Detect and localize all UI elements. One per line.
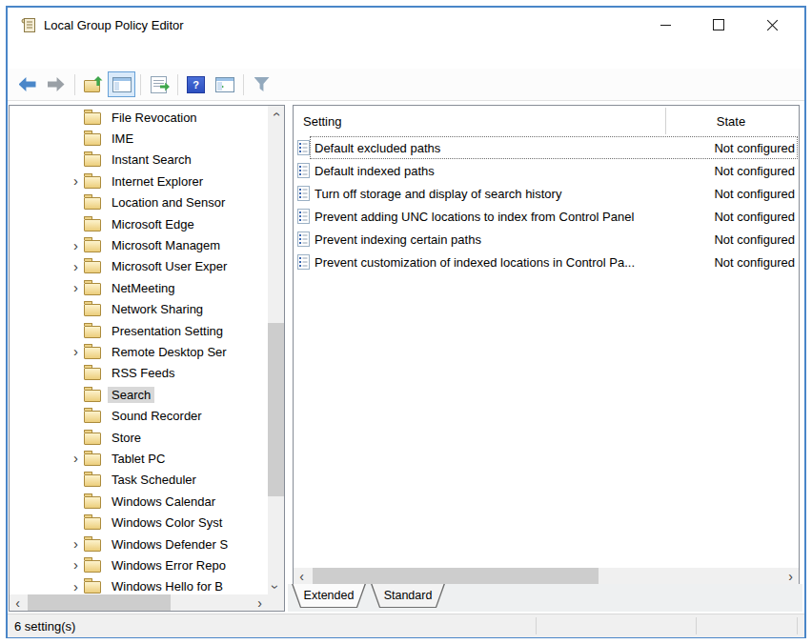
column-divider[interactable] xyxy=(665,108,666,134)
scrollbar-thumb[interactable] xyxy=(313,568,599,584)
chevron-right-icon[interactable] xyxy=(68,537,84,551)
chevron-right-icon[interactable] xyxy=(68,452,84,465)
tree-item[interactable]: Windows Defender S xyxy=(10,533,268,554)
scrollbar-thumb[interactable] xyxy=(28,594,171,611)
scroll-down-button[interactable]: › xyxy=(268,578,284,594)
tree-item-label[interactable]: IME xyxy=(108,131,137,147)
tree-item-label[interactable]: Windows Error Repo xyxy=(108,557,230,574)
chevron-right-icon[interactable] xyxy=(68,558,84,572)
tree-item-label[interactable]: File Revocation xyxy=(108,110,201,126)
tree-item-label[interactable]: Remote Desktop Ser xyxy=(108,344,231,360)
tree-item[interactable]: IME xyxy=(10,128,268,149)
folder-icon xyxy=(84,283,101,295)
setting-row[interactable]: Default excluded paths Not configured xyxy=(294,136,799,159)
scroll-left-button[interactable]: ‹ xyxy=(294,568,310,584)
scroll-right-button[interactable]: › xyxy=(252,594,268,611)
scrollbar-thumb[interactable] xyxy=(268,323,284,496)
scroll-right-button[interactable]: › xyxy=(782,568,799,584)
tree-item[interactable]: Presentation Setting xyxy=(10,320,268,341)
tree-item[interactable]: Instant Search xyxy=(10,150,268,171)
tree-item[interactable]: Windows Calendar xyxy=(10,491,268,512)
tab[interactable]: Extended xyxy=(292,584,366,608)
show-action-pane-button[interactable] xyxy=(211,71,238,97)
chevron-right-icon[interactable] xyxy=(68,345,84,358)
tree-item-label[interactable]: RSS Feeds xyxy=(108,365,178,381)
setting-name[interactable]: Default excluded paths xyxy=(315,141,440,155)
chevron-right-icon[interactable] xyxy=(68,239,84,252)
tree-item-label[interactable]: Search xyxy=(108,387,154,403)
maximize-button[interactable] xyxy=(692,11,745,38)
tree-item-label[interactable]: Windows Color Syst xyxy=(108,514,226,531)
tree-item[interactable]: Sound Recorder xyxy=(10,405,268,426)
back-button[interactable] xyxy=(13,71,41,97)
tree-item[interactable]: Windows Color Syst xyxy=(10,512,268,533)
up-one-level-button[interactable] xyxy=(79,71,107,97)
tree-vertical-scrollbar[interactable]: › › xyxy=(268,106,284,594)
setting-row[interactable]: Prevent adding UNC locations to index fr… xyxy=(294,205,799,228)
tree-item[interactable]: Remote Desktop Ser xyxy=(10,341,268,362)
setting-name[interactable]: Default indexed paths xyxy=(315,164,435,178)
tree-item-label[interactable]: Presentation Setting xyxy=(108,323,227,339)
filter-button[interactable] xyxy=(248,71,275,97)
setting-name[interactable]: Prevent customization of indexed locatio… xyxy=(315,255,635,270)
tree-item-label[interactable]: Microsoft Edge xyxy=(108,216,198,232)
tree-item-label[interactable]: Task Scheduler xyxy=(108,472,200,488)
tree-item-label[interactable]: Windows Defender S xyxy=(108,536,232,553)
tab-label[interactable]: Standard xyxy=(372,584,444,607)
tree-item-label[interactable]: Tablet PC xyxy=(108,451,169,467)
help-button[interactable] xyxy=(182,71,210,97)
tree-item-label[interactable]: Location and Sensor xyxy=(108,194,229,211)
show-console-tree-button[interactable] xyxy=(108,71,135,97)
close-button[interactable] xyxy=(745,11,799,38)
setting-name[interactable]: Prevent adding UNC locations to index fr… xyxy=(315,210,634,224)
minimize-button[interactable] xyxy=(639,11,692,38)
tree-item[interactable]: NetMeeting xyxy=(10,277,268,298)
tree-item[interactable]: Task Scheduler xyxy=(10,470,268,491)
chevron-right-icon[interactable] xyxy=(68,580,84,594)
chevron-right-icon[interactable] xyxy=(68,174,84,188)
tree-item-label[interactable]: Network Sharing xyxy=(108,301,207,317)
tree-item[interactable]: Network Sharing xyxy=(10,299,268,320)
policy-setting-icon xyxy=(297,209,310,224)
list-horizontal-scrollbar[interactable]: ‹ › xyxy=(294,568,799,584)
column-header-setting[interactable]: Setting xyxy=(303,114,341,129)
tree-item[interactable]: Location and Sensor xyxy=(10,192,268,213)
tree-item[interactable]: File Revocation xyxy=(10,107,268,128)
tab[interactable]: Standard xyxy=(371,584,445,608)
tree-item[interactable]: Microsoft Managem xyxy=(10,234,268,255)
tree-horizontal-scrollbar[interactable]: ‹ › xyxy=(10,594,268,611)
tree-item[interactable]: Windows Error Repo xyxy=(10,554,268,575)
tree-item[interactable]: Search xyxy=(10,384,268,405)
forward-button[interactable] xyxy=(42,71,70,97)
setting-name[interactable]: Prevent indexing certain paths xyxy=(315,232,481,247)
tree-item[interactable]: Internet Explorer xyxy=(10,171,268,191)
tree-item-label[interactable]: Store xyxy=(108,430,145,446)
tree-item-label[interactable]: Internet Explorer xyxy=(108,173,207,190)
chevron-right-icon[interactable] xyxy=(68,281,84,294)
column-header-state[interactable]: State xyxy=(665,114,797,129)
setting-row[interactable]: Turn off storage and display of search h… xyxy=(294,182,799,205)
setting-row[interactable]: Prevent customization of indexed locatio… xyxy=(294,251,799,273)
tree-item-label[interactable]: Windows Calendar xyxy=(108,493,219,510)
export-list-button[interactable] xyxy=(145,71,173,97)
tree-item[interactable]: Windows Hello for B xyxy=(10,576,268,594)
tree-item-label[interactable]: Microsoft Managem xyxy=(108,237,224,253)
tree-item-label[interactable]: Sound Recorder xyxy=(108,408,206,424)
tree-item-label[interactable]: NetMeeting xyxy=(108,280,178,296)
tree-item[interactable]: Store xyxy=(10,427,268,448)
tree-item-label[interactable]: Microsoft User Exper xyxy=(108,258,231,274)
setting-row[interactable]: Prevent indexing certain paths Not confi… xyxy=(294,228,799,251)
tree-item[interactable]: Microsoft User Exper xyxy=(10,256,268,277)
tab-label[interactable]: Extended xyxy=(293,584,365,607)
setting-row[interactable]: Default indexed paths Not configured xyxy=(294,159,799,182)
tree-item-label[interactable]: Windows Hello for B xyxy=(108,578,227,594)
tree-item[interactable]: Tablet PC xyxy=(10,448,268,469)
tree-item-label[interactable]: Instant Search xyxy=(108,151,195,168)
chevron-right-icon[interactable] xyxy=(68,260,84,273)
setting-name[interactable]: Turn off storage and display of search h… xyxy=(315,187,561,201)
scroll-left-button[interactable]: ‹ xyxy=(10,594,26,611)
scroll-up-button[interactable]: › xyxy=(268,106,284,122)
tree-item[interactable]: RSS Feeds xyxy=(10,363,268,384)
arrow-down-icon: › xyxy=(271,584,280,589)
tree-item[interactable]: Microsoft Edge xyxy=(10,213,268,234)
